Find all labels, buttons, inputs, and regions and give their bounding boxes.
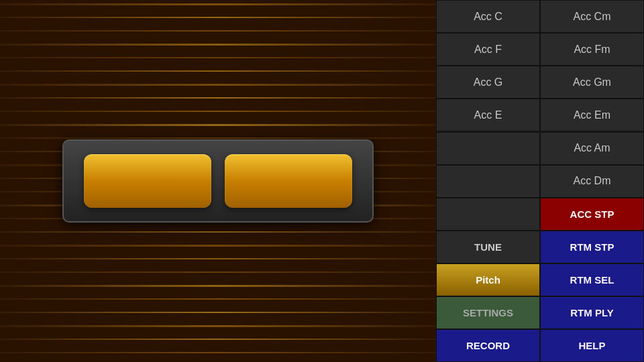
guitar-string bbox=[0, 44, 436, 46]
acc-btn-acc-e[interactable]: Acc E bbox=[436, 99, 540, 131]
guitar-string bbox=[0, 285, 436, 287]
nav-btn-settings[interactable]: SETTINGS bbox=[436, 296, 540, 329]
guitar-string bbox=[0, 111, 436, 112]
acc-btn-acc-fm[interactable]: Acc Fm bbox=[540, 33, 644, 66]
left-panel bbox=[0, 0, 436, 362]
acc-btn-acc-am[interactable]: Acc Am bbox=[540, 132, 644, 165]
guitar-string bbox=[0, 258, 436, 259]
acc-btn-acc-dm[interactable]: Acc Dm bbox=[540, 165, 644, 198]
pitch-inactive-button[interactable] bbox=[225, 154, 352, 208]
right-panel: Acc CAcc CmAcc FAcc FmAcc GAcc GmAcc EAc… bbox=[436, 0, 644, 362]
guitar-string bbox=[0, 124, 436, 126]
pitch-dialog bbox=[62, 139, 374, 223]
bottom-buttons: TUNERTM STPPitchRTM SELSETTINGSRTM PLYRE… bbox=[436, 231, 644, 362]
acc-btn-acc-cm[interactable]: Acc Cm bbox=[540, 0, 644, 33]
acc-btn-acc-stp[interactable]: ACC STP bbox=[540, 198, 644, 231]
guitar-string bbox=[0, 339, 436, 340]
guitar-string bbox=[0, 30, 436, 32]
acc-btn-acc-c[interactable]: Acc C bbox=[436, 0, 540, 33]
nav-btn-rtm-ply[interactable]: RTM PLY bbox=[540, 296, 644, 329]
guitar-string bbox=[0, 84, 436, 86]
acc-btn-empty-4-0 bbox=[436, 132, 540, 165]
acc-btn-acc-gm[interactable]: Acc Gm bbox=[540, 66, 644, 99]
nav-btn-rtm-stp[interactable]: RTM STP bbox=[540, 231, 644, 263]
pitch-active-button[interactable] bbox=[84, 154, 211, 208]
guitar-string bbox=[0, 245, 436, 247]
guitar-string bbox=[0, 272, 436, 273]
guitar-string bbox=[0, 298, 436, 300]
nav-btn-pitch[interactable]: Pitch bbox=[436, 263, 540, 296]
nav-btn-help[interactable]: HELP bbox=[540, 329, 644, 362]
acc-btn-empty-5-0 bbox=[436, 165, 540, 198]
guitar-string bbox=[0, 70, 436, 72]
guitar-string bbox=[0, 137, 436, 139]
main-container: Acc CAcc CmAcc FAcc FmAcc GAcc GmAcc EAc… bbox=[0, 0, 644, 362]
acc-grid: Acc CAcc CmAcc FAcc FmAcc GAcc GmAcc EAc… bbox=[436, 0, 644, 231]
acc-btn-acc-g[interactable]: Acc G bbox=[436, 66, 540, 99]
guitar-string bbox=[0, 312, 436, 313]
nav-btn-record[interactable]: RECORD bbox=[436, 329, 540, 362]
acc-btn-acc-f[interactable]: Acc F bbox=[436, 33, 540, 66]
acc-btn-acc-em[interactable]: Acc Em bbox=[540, 99, 644, 131]
acc-btn-empty-6-0 bbox=[436, 198, 540, 231]
guitar-string bbox=[0, 3, 436, 5]
guitar-string bbox=[0, 17, 436, 18]
guitar-string bbox=[0, 325, 436, 327]
nav-btn-rtm-sel[interactable]: RTM SEL bbox=[540, 263, 644, 296]
guitar-string bbox=[0, 352, 436, 353]
nav-btn-tune[interactable]: TUNE bbox=[436, 231, 540, 263]
guitar-string bbox=[0, 231, 436, 233]
guitar-string bbox=[0, 57, 436, 58]
guitar-string bbox=[0, 97, 436, 99]
